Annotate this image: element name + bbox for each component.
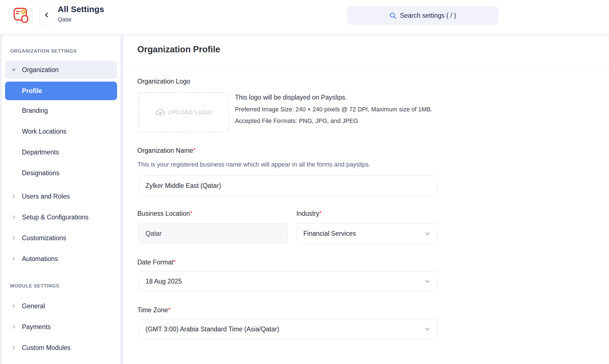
search-settings-input[interactable]: Search settings ( / ): [347, 6, 498, 25]
chevron-right-icon: [9, 303, 19, 309]
sidebar-item-label: Custom Modules: [22, 344, 71, 352]
search-icon: [389, 12, 397, 19]
chevron-right-icon: [9, 194, 19, 199]
required-asterisk: *: [173, 259, 176, 266]
chevron-down-icon: [9, 67, 19, 73]
sidebar-item-automations[interactable]: Automations: [5, 248, 117, 269]
chevron-right-icon: [9, 214, 19, 220]
sidebar-item-label: Designations: [22, 169, 59, 177]
organization-logo-label: Organization Logo: [137, 78, 190, 85]
business-location-input: [138, 223, 288, 244]
sidebar-item-label: Organization: [22, 66, 59, 74]
section-heading-module-settings: MODULE SETTINGS: [10, 283, 120, 289]
logo-description: This logo will be displayed on Payslips.…: [235, 94, 432, 125]
chevron-left-icon: [43, 11, 50, 19]
business-location-label: Business Location*: [137, 210, 192, 217]
settings-sidebar: ORGANIZATION SETTINGS Organization Profi…: [2, 35, 121, 364]
chevron-down-icon: [424, 230, 431, 237]
chevron-right-icon: [9, 256, 19, 262]
date-format-select[interactable]: 18 Aug 2025: [138, 271, 438, 291]
required-asterisk: *: [168, 306, 171, 314]
page-title: Organization Profile: [137, 44, 220, 55]
time-zone-label: Time Zone*: [137, 306, 171, 314]
date-format-selected-value: 18 Aug 2025: [145, 278, 182, 285]
required-asterisk: *: [319, 210, 322, 217]
title-divider: [123, 66, 609, 66]
time-zone-select[interactable]: (GMT 3:00) Arabia Standard Time (Asia/Qa…: [138, 319, 438, 339]
sidebar-item-label: General: [22, 302, 45, 310]
chevron-right-icon: [9, 324, 19, 330]
sidebar-item-users-and-roles[interactable]: Users and Roles: [5, 186, 117, 207]
logo-description-line2: Preferred Image Size: 240 × 240 pixels @…: [235, 106, 432, 113]
organization-name-helper-text: This is your registered business name wh…: [137, 161, 370, 168]
logo-description-line3: Accepted File Formats: PNG, JPG, and JPE…: [235, 118, 432, 125]
payroll-app-logo-icon[interactable]: [12, 6, 29, 24]
sidebar-item-setup-configurations[interactable]: Setup & Configurations: [5, 207, 117, 228]
section-heading-organization-settings: ORGANIZATION SETTINGS: [10, 48, 120, 54]
required-asterisk: *: [193, 147, 196, 154]
sidebar-item-customizations[interactable]: Customizations: [5, 228, 117, 248]
organization-profile-panel: Organization Profile Organization Logo U…: [123, 35, 609, 364]
required-asterisk: *: [190, 210, 192, 217]
organization-name-label: Organization Name*: [137, 147, 196, 154]
chevron-down-icon: [424, 278, 431, 285]
top-header: All Settings Qatar Search settings ( / ): [0, 0, 609, 34]
chevron-right-icon: [9, 345, 19, 350]
sidebar-item-work-locations[interactable]: Work Locations: [5, 121, 117, 142]
sidebar-item-label: Automations: [22, 255, 58, 263]
sidebar-item-label: Work Locations: [22, 128, 66, 135]
logo-description-line1: This logo will be displayed on Payslips.: [235, 94, 432, 101]
page-header-title: All Settings: [58, 5, 104, 14]
sidebar-item-organization[interactable]: Organization: [5, 61, 117, 79]
sidebar-item-label: Branding: [22, 107, 48, 114]
sidebar-item-general[interactable]: General: [5, 296, 117, 316]
sidebar-item-label: Profile: [22, 87, 42, 95]
search-placeholder-text: Search settings ( / ): [400, 12, 456, 19]
sidebar-item-payments[interactable]: Payments: [5, 316, 117, 337]
sidebar-item-profile[interactable]: Profile: [5, 82, 117, 100]
cloud-upload-icon: [155, 107, 165, 117]
sidebar-item-custom-modules[interactable]: Custom Modules: [5, 337, 117, 358]
upload-logo-text: UPLOAD LOGO: [168, 109, 212, 116]
header-divider: [32, 7, 33, 27]
upload-logo-dropzone[interactable]: UPLOAD LOGO: [138, 92, 229, 132]
chevron-down-icon: [424, 325, 431, 333]
page-header-subtitle: Qatar: [58, 16, 72, 23]
industry-selected-value: Financial Services: [303, 230, 356, 237]
sidebar-item-label: Setup & Configurations: [22, 214, 89, 221]
sidebar-item-label: Departments: [22, 149, 59, 156]
sidebar-item-label: Payments: [22, 323, 51, 331]
sidebar-item-designations[interactable]: Designations: [5, 163, 117, 183]
date-format-label: Date Format*: [137, 259, 176, 266]
sidebar-item-label: Users and Roles: [22, 193, 70, 200]
industry-select[interactable]: Financial Services: [296, 223, 438, 244]
sidebar-item-branding[interactable]: Branding: [5, 100, 117, 121]
organization-name-input[interactable]: [138, 176, 438, 196]
chevron-right-icon: [9, 235, 19, 241]
sidebar-item-label: Customizations: [22, 234, 66, 242]
sidebar-item-departments[interactable]: Departments: [5, 142, 117, 163]
back-button[interactable]: [39, 5, 54, 25]
time-zone-selected-value: (GMT 3:00) Arabia Standard Time (Asia/Qa…: [145, 325, 279, 333]
industry-label: Industry*: [296, 210, 322, 217]
